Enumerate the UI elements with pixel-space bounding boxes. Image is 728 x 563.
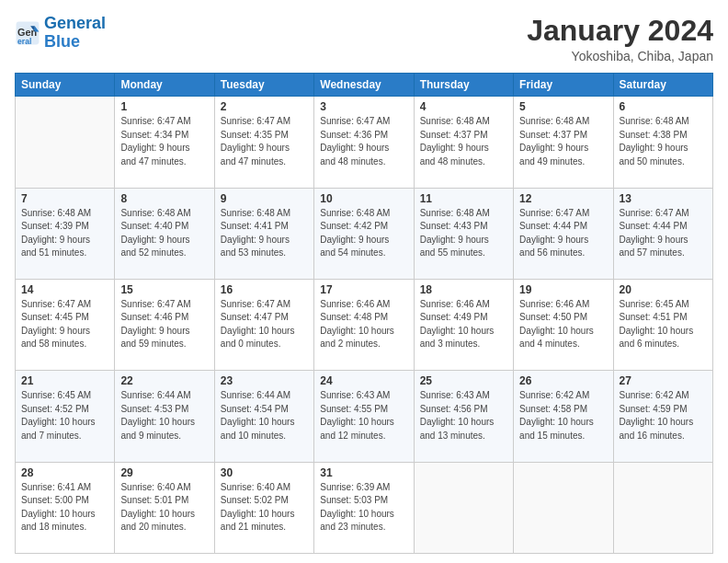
logo: Gen eral General Blue [15, 15, 106, 52]
logo-general: General [44, 14, 106, 32]
day-number: 27 [620, 374, 707, 387]
calendar-page: Gen eral General Blue January 2024 Yokos… [0, 0, 728, 563]
day-number: 22 [120, 374, 208, 387]
day-info: Sunrise: 6:47 AM Sunset: 4:36 PM Dayligh… [320, 115, 407, 168]
day-info: Sunrise: 6:48 AM Sunset: 4:39 PM Dayligh… [21, 207, 108, 260]
week-row-3: 14Sunrise: 6:47 AM Sunset: 4:45 PM Dayli… [16, 279, 713, 370]
day-number: 30 [221, 466, 308, 479]
day-info: Sunrise: 6:46 AM Sunset: 4:49 PM Dayligh… [420, 298, 507, 351]
day-cell: 23Sunrise: 6:44 AM Sunset: 4:54 PM Dayli… [214, 371, 313, 462]
day-info: Sunrise: 6:47 AM Sunset: 4:46 PM Dayligh… [120, 298, 208, 351]
title-block: January 2024 Yokoshiba, Chiba, Japan [527, 15, 713, 63]
day-number: 20 [620, 283, 707, 296]
day-cell: 29Sunrise: 6:40 AM Sunset: 5:01 PM Dayli… [115, 462, 214, 553]
day-number: 16 [221, 283, 308, 296]
day-info: Sunrise: 6:47 AM Sunset: 4:34 PM Dayligh… [120, 115, 208, 168]
day-cell: 24Sunrise: 6:43 AM Sunset: 4:55 PM Dayli… [314, 371, 414, 462]
day-info: Sunrise: 6:48 AM Sunset: 4:40 PM Dayligh… [120, 207, 208, 260]
day-number: 15 [120, 283, 208, 296]
day-cell: 10Sunrise: 6:48 AM Sunset: 4:42 PM Dayli… [314, 188, 414, 279]
day-number: 12 [519, 192, 607, 205]
day-number: 9 [221, 192, 308, 205]
day-cell: 1Sunrise: 6:47 AM Sunset: 4:34 PM Daylig… [115, 97, 214, 188]
day-info: Sunrise: 6:47 AM Sunset: 4:44 PM Dayligh… [620, 207, 707, 260]
day-info: Sunrise: 6:42 AM Sunset: 4:59 PM Dayligh… [620, 389, 707, 442]
col-header-tuesday: Tuesday [214, 74, 313, 97]
day-info: Sunrise: 6:48 AM Sunset: 4:43 PM Dayligh… [420, 207, 507, 260]
day-number: 24 [320, 374, 407, 387]
day-cell: 14Sunrise: 6:47 AM Sunset: 4:45 PM Dayli… [16, 279, 115, 370]
day-number: 1 [120, 100, 208, 113]
day-number: 2 [221, 100, 308, 113]
day-cell: 3Sunrise: 6:47 AM Sunset: 4:36 PM Daylig… [314, 97, 414, 188]
logo-text: General Blue [44, 15, 106, 52]
day-number: 5 [519, 100, 607, 113]
day-cell: 25Sunrise: 6:43 AM Sunset: 4:56 PM Dayli… [414, 371, 513, 462]
day-cell: 20Sunrise: 6:45 AM Sunset: 4:51 PM Dayli… [613, 279, 712, 370]
day-info: Sunrise: 6:47 AM Sunset: 4:45 PM Dayligh… [21, 298, 108, 351]
day-info: Sunrise: 6:48 AM Sunset: 4:41 PM Dayligh… [221, 207, 308, 260]
header: Gen eral General Blue January 2024 Yokos… [15, 15, 713, 63]
day-number: 8 [120, 192, 208, 205]
day-number: 28 [21, 466, 108, 479]
day-cell: 18Sunrise: 6:46 AM Sunset: 4:49 PM Dayli… [414, 279, 513, 370]
day-number: 17 [320, 283, 407, 296]
day-info: Sunrise: 6:45 AM Sunset: 4:51 PM Dayligh… [620, 298, 707, 351]
day-cell: 22Sunrise: 6:44 AM Sunset: 4:53 PM Dayli… [115, 371, 214, 462]
col-header-saturday: Saturday [613, 74, 712, 97]
day-number: 7 [21, 192, 108, 205]
day-info: Sunrise: 6:48 AM Sunset: 4:37 PM Dayligh… [420, 115, 507, 168]
day-cell: 12Sunrise: 6:47 AM Sunset: 4:44 PM Dayli… [514, 188, 613, 279]
subtitle: Yokoshiba, Chiba, Japan [527, 49, 713, 63]
day-cell: 8Sunrise: 6:48 AM Sunset: 4:40 PM Daylig… [115, 188, 214, 279]
day-info: Sunrise: 6:45 AM Sunset: 4:52 PM Dayligh… [21, 389, 108, 442]
day-cell: 26Sunrise: 6:42 AM Sunset: 4:58 PM Dayli… [514, 371, 613, 462]
day-cell: 6Sunrise: 6:48 AM Sunset: 4:38 PM Daylig… [613, 97, 712, 188]
col-header-thursday: Thursday [414, 74, 513, 97]
day-cell [514, 462, 613, 553]
day-info: Sunrise: 6:47 AM Sunset: 4:44 PM Dayligh… [519, 207, 607, 260]
day-cell: 31Sunrise: 6:39 AM Sunset: 5:03 PM Dayli… [314, 462, 414, 553]
day-cell: 17Sunrise: 6:46 AM Sunset: 4:48 PM Dayli… [314, 279, 414, 370]
day-info: Sunrise: 6:43 AM Sunset: 4:56 PM Dayligh… [420, 389, 507, 442]
day-cell [16, 97, 115, 188]
day-number: 26 [519, 374, 607, 387]
week-row-1: 1Sunrise: 6:47 AM Sunset: 4:34 PM Daylig… [16, 97, 713, 188]
day-info: Sunrise: 6:48 AM Sunset: 4:42 PM Dayligh… [320, 207, 407, 260]
day-cell: 28Sunrise: 6:41 AM Sunset: 5:00 PM Dayli… [16, 462, 115, 553]
day-number: 31 [320, 466, 407, 479]
day-info: Sunrise: 6:43 AM Sunset: 4:55 PM Dayligh… [320, 389, 407, 442]
day-number: 14 [21, 283, 108, 296]
day-cell [414, 462, 513, 553]
day-cell: 5Sunrise: 6:48 AM Sunset: 4:37 PM Daylig… [514, 97, 613, 188]
week-row-5: 28Sunrise: 6:41 AM Sunset: 5:00 PM Dayli… [16, 462, 713, 553]
day-number: 4 [420, 100, 507, 113]
day-info: Sunrise: 6:46 AM Sunset: 4:48 PM Dayligh… [320, 298, 407, 351]
day-number: 10 [320, 192, 407, 205]
day-cell: 16Sunrise: 6:47 AM Sunset: 4:47 PM Dayli… [214, 279, 313, 370]
day-number: 19 [519, 283, 607, 296]
day-info: Sunrise: 6:44 AM Sunset: 4:53 PM Dayligh… [120, 389, 208, 442]
day-cell: 15Sunrise: 6:47 AM Sunset: 4:46 PM Dayli… [115, 279, 214, 370]
svg-text:eral: eral [17, 36, 31, 45]
day-cell: 19Sunrise: 6:46 AM Sunset: 4:50 PM Dayli… [514, 279, 613, 370]
day-number: 11 [420, 192, 507, 205]
day-number: 3 [320, 100, 407, 113]
day-info: Sunrise: 6:48 AM Sunset: 4:37 PM Dayligh… [519, 115, 607, 168]
day-info: Sunrise: 6:41 AM Sunset: 5:00 PM Dayligh… [21, 481, 108, 534]
day-info: Sunrise: 6:39 AM Sunset: 5:03 PM Dayligh… [320, 481, 407, 534]
day-info: Sunrise: 6:47 AM Sunset: 4:35 PM Dayligh… [221, 115, 308, 168]
week-row-2: 7Sunrise: 6:48 AM Sunset: 4:39 PM Daylig… [16, 188, 713, 279]
day-number: 23 [221, 374, 308, 387]
day-info: Sunrise: 6:40 AM Sunset: 5:01 PM Dayligh… [120, 481, 208, 534]
day-number: 21 [21, 374, 108, 387]
day-info: Sunrise: 6:46 AM Sunset: 4:50 PM Dayligh… [519, 298, 607, 351]
day-number: 18 [420, 283, 507, 296]
day-info: Sunrise: 6:40 AM Sunset: 5:02 PM Dayligh… [221, 481, 308, 534]
day-number: 25 [420, 374, 507, 387]
day-cell: 7Sunrise: 6:48 AM Sunset: 4:39 PM Daylig… [16, 188, 115, 279]
col-header-friday: Friday [514, 74, 613, 97]
col-header-monday: Monday [115, 74, 214, 97]
day-cell: 30Sunrise: 6:40 AM Sunset: 5:02 PM Dayli… [214, 462, 313, 553]
day-cell: 27Sunrise: 6:42 AM Sunset: 4:59 PM Dayli… [613, 371, 712, 462]
